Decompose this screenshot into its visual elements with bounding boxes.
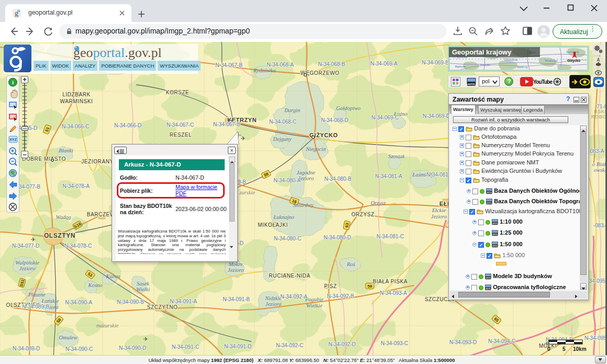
svg-text:zurskie: zurskie: [239, 190, 255, 195]
svg-text:Kosno: Kosno: [88, 282, 103, 288]
svg-text:Dejguny: Dejguny: [272, 136, 292, 142]
svg-text:Jezioro: Jezioro: [228, 267, 244, 273]
svg-text:Pluszne: Pluszne: [28, 292, 46, 297]
svg-text:WARMIŃSKI: WARMIŃSKI: [60, 98, 93, 104]
svg-text:10km: 10km: [573, 346, 587, 352]
svg-text:N-34-067-B: N-34-067-B: [215, 62, 242, 68]
svg-text:N-34-067-C: N-34-067-C: [167, 122, 194, 128]
svg-text:0: 0: [547, 346, 550, 352]
svg-text:Roś: Roś: [346, 261, 356, 267]
svg-text:N-34-080-D: N-34-080-D: [324, 235, 351, 240]
svg-text:N-34-092-B: N-34-092-B: [327, 293, 354, 299]
svg-text:N-34-069-C: N-34-069-C: [371, 115, 399, 120]
svg-text:N-34-092-D: N-34-092-D: [328, 341, 356, 347]
svg-text:o Białe: o Białe: [592, 161, 607, 167]
svg-text:Niegocin: Niegocin: [305, 146, 326, 152]
svg-text:N-34-066-D: N-34-066-D: [114, 123, 141, 128]
svg-text:Jezioro: Jezioro: [19, 266, 36, 271]
svg-text:Przełomka: Przełomka: [545, 59, 558, 62]
svg-text:Jezioro: Jezioro: [266, 301, 282, 307]
svg-text:Omulew: Omulew: [59, 335, 78, 340]
svg-text:wms: wms: [485, 288, 491, 290]
svg-text:Szostak: Szostak: [388, 153, 405, 159]
svg-text:N-34-081-A: N-34-081-A: [375, 173, 402, 179]
svg-text:N-34-077-D: N-34-077-D: [12, 243, 39, 249]
svg-text:Łańskie: Łańskie: [41, 298, 59, 304]
svg-text:N-34-078-C: N-34-078-C: [64, 243, 92, 249]
svg-text:PISZ: PISZ: [324, 283, 337, 289]
svg-text:N-34-094-C: N-34-094-C: [488, 338, 515, 344]
svg-text:Sucholaski: Sucholaski: [566, 50, 579, 53]
svg-text:DOBRE MIASTO: DOBRE MIASTO: [22, 156, 66, 162]
svg-text:N-34-068-D: N-34-068-D: [321, 117, 348, 123]
svg-text:N-34-069-A: N-34-069-A: [370, 61, 398, 67]
svg-text:BIAŁA PISKA: BIAŁA PISKA: [373, 279, 408, 284]
svg-text:N-34-080-A: N-34-080-A: [273, 178, 301, 183]
svg-text:N-34-090-A: N-34-090-A: [65, 300, 92, 305]
svg-text:RSKI: RSKI: [594, 109, 606, 114]
svg-text:N-34-090-B: N-34-090-B: [117, 299, 144, 305]
svg-text:N-34-093-A: N-34-093-A: [380, 290, 407, 296]
svg-text:JEZIORANY: JEZIORANY: [81, 159, 114, 164]
svg-text:Rydzówka: Rydzówka: [253, 68, 275, 73]
svg-text:MIKOŁAJKI: MIKOŁAJKI: [258, 222, 288, 228]
svg-text:9-B: 9-B: [238, 179, 246, 185]
svg-text:Jagodne: Jagodne: [296, 170, 315, 175]
svg-text:N-34-091-D: N-34-091-D: [224, 344, 251, 349]
svg-text:✈: ✈: [240, 135, 245, 141]
svg-text:Gołdopiwo: Gołdopiwo: [336, 105, 361, 111]
svg-text:i: i: [12, 79, 14, 85]
svg-text:Dargin: Dargin: [284, 107, 300, 113]
svg-text:Wielki: Wielki: [136, 286, 150, 292]
svg-text:N-34-089-D: N-34-089-D: [13, 346, 40, 351]
svg-text:N-34-089-B: N-34-089-B: [22, 304, 49, 310]
svg-text:Nidzkie: Nidzkie: [264, 295, 282, 301]
svg-text:N-34-078-A: N-34-078-A: [62, 183, 90, 189]
svg-text:Orzysz: Orzysz: [371, 200, 386, 206]
svg-text:N-34-067-D: N-34-067-D: [213, 122, 240, 127]
svg-text:KORSZE: KORSZE: [166, 90, 190, 95]
svg-text:✈: ✈: [143, 336, 148, 342]
svg-text:N-34-093-D: N-34-093-D: [449, 339, 477, 345]
svg-text:N-34-068-C: N-34-068-C: [269, 119, 296, 125]
svg-text:Kalwa: Kalwa: [105, 273, 120, 279]
svg-text:mazurskie: mazurskie: [96, 323, 119, 328]
svg-text:Bajtkowo: Bajtkowo: [455, 65, 466, 68]
svg-text:✈: ✈: [30, 236, 35, 242]
svg-text:Giżycko: Giżycko: [567, 59, 580, 63]
svg-text:RESZEL: RESZEL: [170, 132, 192, 138]
svg-text:Śniardwy: Śniardwy: [293, 202, 314, 208]
svg-text:N-34-092-C: N-34-092-C: [276, 343, 303, 348]
svg-text:N-34-066-C: N-34-066-C: [62, 124, 89, 129]
svg-text:N-34-069-B: N-34-069-B: [422, 60, 449, 65]
svg-text:Ełckie: Ełckie: [432, 207, 446, 213]
svg-text:wms: wms: [487, 202, 492, 204]
svg-text:wms: wms: [492, 233, 498, 236]
svg-text:N-34-080-B: N-34-080-B: [324, 176, 351, 182]
svg-text:wms: wms: [492, 222, 498, 225]
svg-text:N-34-093-C: N-34-093-C: [381, 340, 408, 346]
svg-text:N-34-091-A: N-34-091-A: [170, 299, 197, 304]
svg-text:N-34-080-C: N-34-080-C: [274, 236, 301, 241]
svg-text:XYZ: XYZ: [9, 138, 17, 141]
svg-text:N-34-091-B: N-34-091-B: [223, 296, 250, 302]
svg-text:RUCIANE-NIDA: RUCIANE-NIDA: [269, 273, 310, 279]
svg-text:Wulpińskie: Wulpińskie: [15, 260, 39, 266]
svg-text:N-34-068-A: N-34-068-A: [267, 62, 294, 68]
svg-text:N-34-092-A: N-34-092-A: [280, 294, 307, 300]
svg-text:SZCZYTNO: SZCZYTNO: [147, 304, 178, 310]
svg-text:N-34-091-C: N-34-091-C: [172, 344, 199, 350]
svg-text:Mokre: Mokre: [228, 261, 242, 267]
svg-text:OLSZTYN: OLSZTYN: [44, 232, 75, 239]
svg-text:Sasek: Sasek: [137, 281, 149, 286]
svg-text:Jezioro: Jezioro: [431, 214, 447, 219]
svg-text:Łuknajno: Łuknajno: [273, 214, 294, 220]
svg-text:ORZYSZ: ORZYSZ: [351, 212, 374, 217]
svg-text:5: 5: [562, 346, 566, 352]
svg-text:Dzikowizna: Dzikowizna: [504, 58, 518, 61]
svg-text:Wielkie: Wielkie: [306, 303, 323, 308]
svg-text:wms: wms: [485, 277, 491, 279]
svg-text:wms: wms: [492, 245, 498, 247]
svg-text:Wadąg: Wadąg: [56, 214, 71, 220]
svg-text:Blanki: Blanki: [59, 148, 73, 153]
